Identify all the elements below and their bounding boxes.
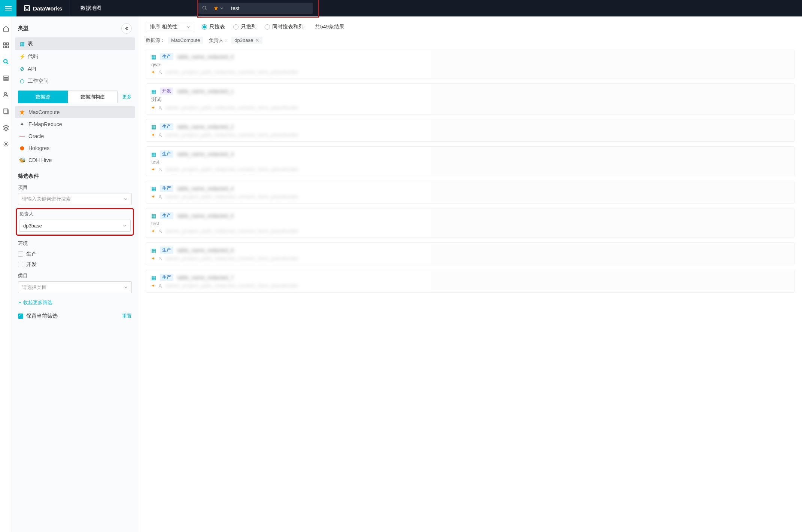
env-badge: 生产 [160, 150, 173, 158]
nav-search-icon[interactable] [0, 56, 12, 67]
user-icon [158, 106, 162, 110]
ds-label: CDH Hive [28, 157, 52, 163]
cube-icon: ⬡ [19, 78, 25, 84]
type-table[interactable]: ▦ 表 [15, 37, 135, 50]
radio-search-both[interactable]: 同时搜表和列 [265, 24, 304, 30]
category-select[interactable]: 请选择类目 [18, 281, 132, 293]
result-card[interactable]: ▦ 生产 table_name_redacted_5 test ✦ owner_… [146, 208, 795, 238]
nav-user-icon[interactable] [0, 89, 12, 100]
radio-search-column[interactable]: 只搜列 [233, 24, 256, 30]
type-workspace[interactable]: ⬡ 工作空间 [15, 75, 135, 88]
ds-maxcompute[interactable]: MaxCompute [15, 106, 135, 118]
result-title: table_name_redacted_0 [177, 54, 234, 60]
tab-datasource[interactable]: 数据源 [18, 91, 68, 103]
owner-select[interactable]: dp3base [19, 220, 131, 232]
ds-label: E-MapReduce [28, 121, 62, 127]
tab-data-map[interactable]: 数据地图 [70, 0, 112, 16]
table-icon: ▦ [19, 41, 25, 47]
search-scope-dropdown[interactable] [211, 6, 227, 10]
result-card[interactable]: ▦ 生产 table_name_redacted_0 qwe ✦ owner_p… [146, 49, 795, 79]
user-icon [158, 284, 162, 288]
result-card[interactable]: ▦ 开发 table_name_redacted_1 测试 ✦ owner_pr… [146, 83, 795, 114]
project-select[interactable]: 请输入关键词进行搜索 [18, 193, 132, 205]
project-placeholder: 请输入关键词进行搜索 [22, 196, 71, 202]
svg-rect-2 [3, 43, 5, 45]
hologres-icon: ⬢ [19, 146, 25, 151]
user-icon [158, 70, 162, 74]
filters-title: 筛选条件 [18, 173, 132, 180]
maxcompute-icon [19, 110, 25, 115]
table-icon: ▦ [151, 54, 156, 60]
checkbox-icon [18, 262, 23, 267]
ds-hologres[interactable]: ⬢ Hologres [15, 142, 135, 154]
svg-point-14 [5, 143, 7, 145]
table-icon: ▦ [151, 186, 156, 192]
maxcompute-icon: ✦ [151, 167, 155, 172]
checkbox-icon [18, 314, 23, 319]
svg-point-19 [160, 195, 161, 197]
chip-owner[interactable]: dp3base✕ [231, 37, 262, 44]
svg-line-7 [7, 62, 8, 64]
type-api[interactable]: ⊘ API [15, 63, 135, 75]
result-meta: owner_project_path_redacted_content_here… [165, 229, 299, 234]
chip-label: 数据源： [146, 37, 165, 44]
tab-datalake[interactable]: 数据湖构建 [68, 91, 118, 103]
result-meta: owner_project_path_redacted_content_here… [165, 194, 299, 199]
chevron-up-icon [18, 301, 22, 305]
result-card[interactable]: ▦ 生产 table_name_redacted_6 ✦ owner_proje… [146, 242, 795, 265]
chip-datasource[interactable]: MaxCompute [168, 37, 203, 44]
user-icon [158, 256, 162, 261]
collapse-sidebar-button[interactable] [121, 23, 132, 34]
sort-select[interactable]: 排序 相关性 [146, 22, 194, 32]
maxcompute-icon: ✦ [151, 283, 155, 288]
chevron-down-icon [124, 197, 128, 201]
radio-icon [202, 24, 207, 30]
result-title: table_name_redacted_7 [177, 275, 234, 281]
collapse-more-filters[interactable]: 收起更多筛选 [18, 299, 132, 306]
keep-filter-checkbox[interactable]: 保留当前筛选 [18, 313, 58, 319]
nav-album-icon[interactable] [0, 106, 12, 117]
search-icon[interactable] [198, 5, 211, 12]
search-input[interactable] [227, 4, 313, 13]
nav-grid-icon[interactable] [0, 40, 12, 51]
main-content: 排序 相关性 只搜表 只搜列 同时搜表和列 共549条结果 数据源： MaxCo… [138, 16, 802, 532]
ds-cdhhive[interactable]: 🐝 CDH Hive [15, 154, 135, 166]
nav-settings-icon[interactable] [0, 138, 12, 150]
env-dev-checkbox[interactable]: 开发 [18, 261, 132, 268]
hamburger-menu[interactable] [0, 0, 16, 16]
close-icon[interactable]: ✕ [255, 37, 259, 43]
result-card[interactable]: ▦ 生产 table_name_redacted_3 test ✦ owner_… [146, 146, 795, 176]
nav-home-icon[interactable] [0, 23, 12, 34]
result-card[interactable]: ▦ 生产 table_name_redacted_7 ✦ owner_proje… [146, 270, 795, 293]
radio-label: 只搜表 [209, 24, 225, 30]
ds-oracle[interactable]: — Oracle [15, 130, 135, 142]
ds-label: Oracle [28, 133, 44, 139]
toolbar: 排序 相关性 只搜表 只搜列 同时搜表和列 共549条结果 [146, 22, 795, 32]
brand[interactable]: DataWorks [16, 0, 70, 16]
maxcompute-icon: ✦ [151, 194, 155, 199]
sort-value: 相关性 [162, 24, 177, 30]
nav-layers-icon[interactable] [0, 122, 12, 133]
type-code[interactable]: ⚡ 代码 [15, 50, 135, 63]
svg-rect-5 [6, 46, 8, 48]
result-subtitle: test [151, 221, 789, 226]
radio-search-table[interactable]: 只搜表 [202, 24, 225, 30]
env-prod-checkbox[interactable]: 生产 [18, 251, 132, 257]
svg-point-20 [160, 230, 161, 231]
svg-point-6 [4, 59, 7, 63]
ds-emapreduce[interactable]: ✦ E-MapReduce [15, 118, 135, 130]
owner-value: dp3base [23, 223, 42, 229]
nav-catalog-icon[interactable] [0, 73, 12, 84]
collapse-label: 收起更多筛选 [23, 299, 52, 306]
brand-text: DataWorks [33, 5, 62, 12]
result-title: table_name_redacted_2 [177, 124, 234, 130]
reset-button[interactable]: 重置 [122, 313, 132, 319]
maxcompute-icon: ✦ [151, 70, 155, 75]
checkbox-icon [18, 251, 23, 257]
result-title: table_name_redacted_5 [177, 213, 234, 219]
table-icon: ▦ [151, 275, 156, 281]
result-card[interactable]: ▦ 生产 table_name_redacted_2 ✦ owner_proje… [146, 119, 795, 142]
result-card[interactable]: ▦ 生产 table_name_redacted_4 ✦ owner_proje… [146, 181, 795, 204]
table-icon: ▦ [151, 213, 156, 219]
tab-more[interactable]: 更多 [122, 94, 132, 100]
